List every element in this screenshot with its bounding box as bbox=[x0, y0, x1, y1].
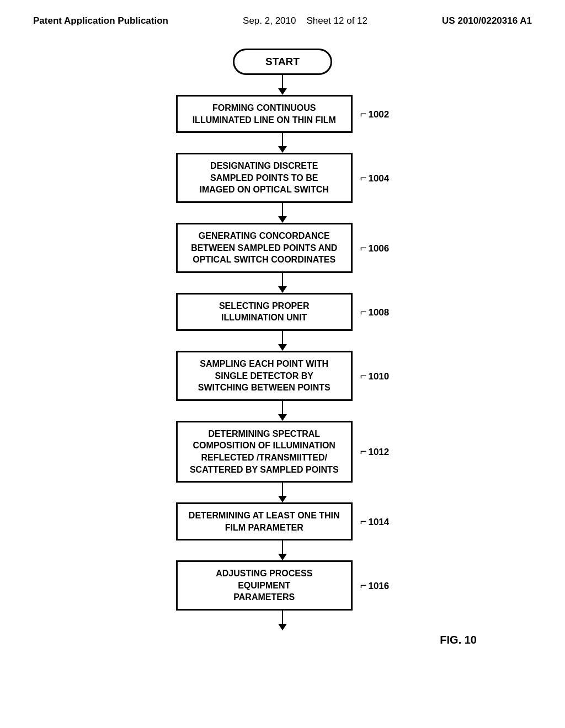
arrow-4 bbox=[278, 273, 287, 293]
date-label: Sep. 2, 2010 bbox=[243, 15, 296, 26]
step-label-1006: 1006 bbox=[360, 242, 390, 254]
date-sheet: Sep. 2, 2010 Sheet 12 of 12 bbox=[243, 15, 367, 26]
arrow-6 bbox=[278, 401, 287, 421]
step-label-1014: 1014 bbox=[360, 515, 390, 528]
process-box-1002: FORMING CONTINUOUSILLUMINATED LINE ON TH… bbox=[176, 95, 353, 133]
step-row-1006: GENERATING CONCORDANCEBETWEEN SAMPLED PO… bbox=[176, 223, 390, 273]
step-label-1012: 1012 bbox=[360, 445, 390, 458]
process-box-1008: SELECTING PROPERILLUMINATION UNIT bbox=[176, 293, 353, 331]
arrow-8 bbox=[278, 540, 287, 560]
step-row-1016: ADJUSTING PROCESS EQUIPMENTPARAMETERS 10… bbox=[176, 560, 390, 611]
arrow-end bbox=[278, 611, 287, 630]
arrow-3 bbox=[278, 203, 287, 223]
publication-label: Patent Application Publication bbox=[33, 15, 168, 26]
process-box-1004: DESIGNATING DISCRETESAMPLED POINTS TO BE… bbox=[176, 153, 353, 203]
arrow-1 bbox=[278, 75, 287, 95]
start-terminal: START bbox=[233, 49, 332, 75]
process-box-1010: SAMPLING EACH POINT WITHSINGLE DETECTOR … bbox=[176, 351, 353, 401]
process-box-1012: DETERMINING SPECTRALCOMPOSITION OF ILLUM… bbox=[176, 421, 353, 483]
arrow-2 bbox=[278, 133, 287, 153]
process-box-1016: ADJUSTING PROCESS EQUIPMENTPARAMETERS bbox=[176, 560, 353, 611]
arrow-7 bbox=[278, 483, 287, 502]
process-box-1006: GENERATING CONCORDANCEBETWEEN SAMPLED PO… bbox=[176, 223, 353, 273]
step-row-1002: FORMING CONTINUOUSILLUMINATED LINE ON TH… bbox=[176, 95, 390, 133]
figure-label: FIG. 10 bbox=[0, 634, 565, 646]
step-row-1014: DETERMINING AT LEAST ONE THINFILM PARAME… bbox=[176, 502, 390, 540]
page-header: Patent Application Publication Sep. 2, 2… bbox=[0, 0, 565, 32]
step-label-1016: 1016 bbox=[360, 579, 390, 592]
step-row-1004: DESIGNATING DISCRETESAMPLED POINTS TO BE… bbox=[176, 153, 390, 203]
step-row-1010: SAMPLING EACH POINT WITHSINGLE DETECTOR … bbox=[176, 351, 390, 401]
flowchart: START FORMING CONTINUOUSILLUMINATED LINE… bbox=[0, 32, 565, 646]
step-label-1010: 1010 bbox=[360, 370, 390, 382]
step-row-1008: SELECTING PROPERILLUMINATION UNIT 1008 bbox=[176, 293, 390, 331]
arrow-5 bbox=[278, 331, 287, 351]
step-label-1002: 1002 bbox=[360, 108, 390, 120]
patent-number: US 2010/0220316 A1 bbox=[442, 15, 532, 26]
step-label-1004: 1004 bbox=[360, 172, 390, 184]
step-row-1012: DETERMINING SPECTRALCOMPOSITION OF ILLUM… bbox=[176, 421, 390, 483]
sheet-label: Sheet 12 of 12 bbox=[306, 15, 367, 26]
process-box-1014: DETERMINING AT LEAST ONE THINFILM PARAME… bbox=[176, 502, 353, 540]
step-label-1008: 1008 bbox=[360, 306, 390, 318]
